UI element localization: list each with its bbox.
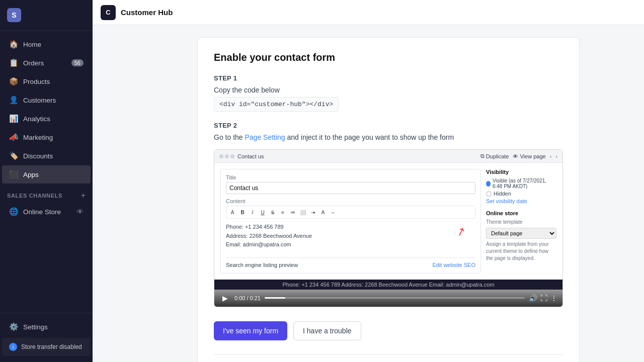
mock-visibility-title: Visibility (486, 169, 556, 175)
sidebar-brand: S (0, 0, 93, 31)
mock-visible-option[interactable]: Visible (as of 7/27/2021, 6:48 PM AKDT) (486, 178, 556, 189)
mock-title-input[interactable] (226, 182, 475, 194)
mock-page-name: Contact us (237, 153, 264, 159)
step2-label: STEP 2 (214, 122, 563, 129)
tb-italic[interactable]: I (248, 208, 257, 217)
sidebar-label-customers: Customers (23, 97, 56, 104)
mock-nav-next[interactable]: › (555, 153, 557, 159)
online-store-visibility-toggle[interactable]: 👁 (76, 208, 84, 216)
progress-bar[interactable] (265, 297, 525, 299)
mock-dot-3 (230, 154, 234, 158)
tb-list-ol[interactable]: ≔ (288, 208, 297, 217)
page-setting-link[interactable]: Page Setting (245, 133, 285, 141)
step2-section: STEP 2 Go to the Page Setting and inject… (214, 122, 563, 141)
topbar-title: Customer Hub (121, 8, 173, 17)
mock-content-preview: Phone: +1 234 456 789 Address: 2268 Beec… (226, 223, 475, 249)
mock-view-page-btn[interactable]: 👁 View page (513, 153, 545, 159)
volume-icon[interactable]: 🔊 (529, 294, 537, 302)
sidebar-label-products: Products (23, 78, 50, 85)
orders-badge: 56 (71, 59, 84, 66)
sidebar: S 🏠 Home 📋 Orders 56📦 Products 👤 Custome… (0, 0, 93, 362)
discounts-icon: 🏷️ (9, 151, 18, 160)
customers-icon: 👤 (9, 96, 18, 105)
sidebar-item-settings[interactable]: ⚙️ Settings (2, 318, 91, 336)
tb-more[interactable]: ↔ (329, 208, 338, 217)
mock-dot-1 (219, 154, 223, 158)
video-container: Contact us ⧉ Duplicate 👁 View page ‹ › T… (214, 149, 563, 307)
mock-address-line: Address: 2268 Beechwood Avenue (226, 232, 475, 241)
mock-edit-seo-link[interactable]: Edit website SEO (432, 262, 475, 268)
sidebar-item-apps[interactable]: ⬛ Apps (2, 165, 91, 184)
page-title: Enable your contact form (214, 52, 563, 63)
mock-set-visibility-link[interactable]: Set visibility date (486, 198, 556, 204)
store-transfer-notice: i Store transfer disabled (2, 338, 91, 356)
content-card: Enable your contact form STEP 1 Copy the… (197, 37, 580, 362)
sidebar-nav: 🏠 Home 📋 Orders 56📦 Products 👤 Customers… (0, 31, 93, 313)
mock-duplicate-btn[interactable]: ⧉ Duplicate (480, 153, 509, 159)
sidebar-item-orders[interactable]: 📋 Orders 56 (2, 54, 91, 72)
sidebar-item-marketing[interactable]: 📣 Marketing (2, 128, 91, 146)
mock-toolbar: A B I U S̶ ≡ ≔ ⬜ ⇥ A ↔ (226, 206, 475, 219)
tb-align[interactable]: ⬜ (298, 208, 307, 217)
mock-assign-text: Assign a template from your current them… (486, 241, 556, 262)
tb-underline[interactable]: U (258, 208, 267, 217)
sidebar-label-analytics: Analytics (23, 115, 50, 123)
topbar: C Customer Hub (93, 0, 644, 25)
code-snippet[interactable]: <div id="customer-hub"></div> (214, 97, 339, 112)
step1-label: STEP 1 (214, 74, 563, 82)
analytics-icon: 📊 (9, 114, 18, 123)
app-icon: C (101, 5, 116, 20)
products-icon: 📦 (9, 77, 18, 86)
tb-font[interactable]: A (228, 208, 237, 217)
sidebar-label-online-store: Online Store (23, 208, 61, 216)
settings-icon: ⚙️ (9, 322, 18, 331)
orders-icon: 📋 (9, 58, 18, 67)
mock-hidden-option[interactable]: Hidden (486, 191, 556, 197)
step2-desc: Go to the Page Setting and inject it to … (214, 133, 563, 141)
mock-email-line: Email: admin@upatra.com (226, 240, 475, 249)
seen-form-button[interactable]: I've seen my form (214, 321, 287, 340)
brand-icon: S (7, 8, 21, 22)
mock-content-label: Content (226, 198, 475, 204)
tb-list-ul[interactable]: ≡ (278, 208, 287, 217)
tb-bold[interactable]: B (238, 208, 247, 217)
add-sales-channel-button[interactable]: + (81, 191, 86, 200)
mock-editor-inner: Title Content A B I U S̶ ≡ ≔ ⬜ ⇥ A ↔ (214, 163, 562, 280)
trouble-button[interactable]: I have a trouble (293, 321, 361, 340)
mock-seo-label: Search engine listing preview (226, 262, 298, 268)
tb-indent[interactable]: ⇥ (308, 208, 317, 217)
sidebar-item-online-store[interactable]: 🌐 Online Store 👁 (2, 203, 91, 221)
mock-nav-prev[interactable]: ‹ (550, 153, 552, 159)
mock-top-bar: Contact us ⧉ Duplicate 👁 View page ‹ › (214, 150, 562, 163)
tb-strikethrough[interactable]: S̶ (268, 208, 277, 217)
sidebar-bottom: ⚙️ Settings i Store transfer disabled (0, 313, 93, 362)
action-buttons: I've seen my form I have a trouble (214, 321, 563, 340)
step1-desc: Copy the code below (214, 86, 563, 94)
video-time: 0:00 / 0:21 (234, 295, 261, 301)
sidebar-item-products[interactable]: 📦 Products (2, 72, 91, 90)
sidebar-label-discounts: Discounts (23, 152, 53, 160)
sidebar-item-analytics[interactable]: 📊 Analytics (2, 110, 91, 128)
online-store-icon: 🌐 (9, 207, 18, 216)
fullscreen-icon[interactable]: ⛶ (540, 294, 547, 302)
play-button[interactable]: ▶ (219, 293, 230, 304)
sidebar-item-discounts[interactable]: 🏷️ Discounts (2, 147, 91, 165)
mock-phone-line: Phone: +1 234 456 789 (226, 223, 475, 232)
mock-radio-visible (486, 181, 491, 187)
mock-dot-2 (225, 154, 229, 158)
mock-visibility-panel: Visibility Visible (as of 7/27/2021, 6:4… (486, 169, 556, 204)
apps-icon: ⬛ (9, 170, 18, 179)
mock-theme-template-select[interactable]: Default page (486, 228, 556, 239)
sidebar-item-home[interactable]: 🏠 Home (2, 35, 91, 53)
tb-color[interactable]: A (318, 208, 328, 217)
more-options-icon[interactable]: ⋮ (550, 294, 557, 302)
sidebar-label-marketing: Marketing (23, 134, 53, 141)
sidebar-label-orders: Orders (23, 59, 44, 67)
sidebar-label-home: Home (23, 41, 41, 48)
mock-editor-right: Visibility Visible (as of 7/27/2021, 6:4… (486, 169, 556, 274)
sidebar-item-customers[interactable]: 👤 Customers (2, 91, 91, 109)
mock-radio-hidden (486, 191, 492, 197)
video-controls: ▶ 0:00 / 0:21 🔊 ⛶ ⋮ (214, 290, 562, 307)
sales-channels-header: SALES CHANNELS + (0, 184, 93, 202)
mock-online-store-panel: Online store Theme template Default page… (486, 210, 556, 262)
